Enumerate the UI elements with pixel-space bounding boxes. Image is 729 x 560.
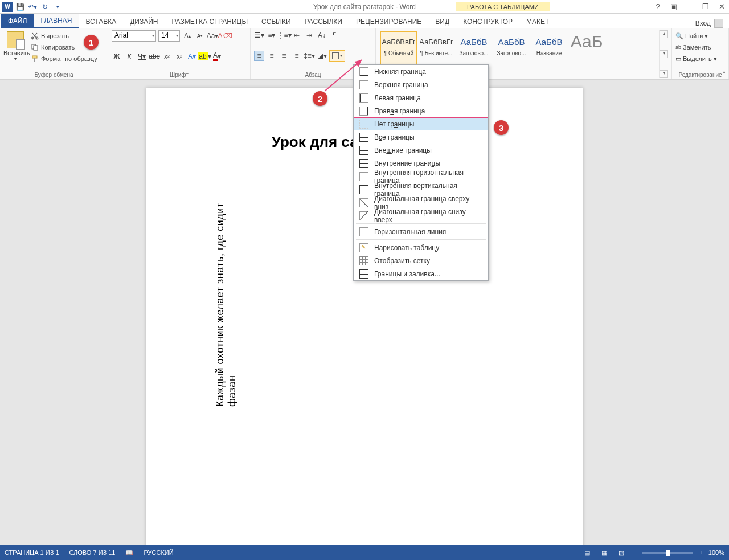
border-menu-item[interactable]: Верхняя граница xyxy=(354,78,488,91)
undo-icon[interactable]: ↶▾ xyxy=(27,2,38,12)
bullets-icon[interactable]: ☰▾ xyxy=(254,30,264,40)
find-button[interactable]: 🔍 Найти ▾ xyxy=(675,30,725,42)
save-icon[interactable]: 💾 xyxy=(15,2,25,12)
border-menu-item[interactable]: Левая граница xyxy=(354,91,488,104)
tab-view[interactable]: ВИД xyxy=(428,15,456,28)
font-color-icon[interactable]: A▾ xyxy=(212,51,222,62)
grow-font-icon[interactable]: A▴ xyxy=(182,31,193,41)
tab-mailings[interactable]: РАССЫЛКИ xyxy=(298,15,349,28)
zoom-in-icon[interactable]: + xyxy=(699,549,702,556)
gallery-scroll: ▴ ▾ ▾ xyxy=(659,30,668,78)
border-menu-item[interactable]: Диагональная граница снизу вверх xyxy=(354,209,488,222)
ribbon-display-icon[interactable]: ▣ xyxy=(669,2,679,11)
style-item[interactable]: АаБ xyxy=(568,31,605,66)
callout-3: 3 xyxy=(494,120,509,135)
gallery-more-icon[interactable]: ▾ xyxy=(660,70,668,78)
text-effects-icon[interactable]: A▾ xyxy=(187,51,197,62)
collapse-ribbon-icon[interactable]: ˄ xyxy=(723,71,726,77)
qat-customize-icon[interactable]: ▾ xyxy=(52,2,63,12)
style-item[interactable]: АаБбВвГг¶ Обычный xyxy=(380,31,417,66)
style-item[interactable]: АаБбВЗаголово... xyxy=(456,31,492,66)
svg-rect-5 xyxy=(34,58,35,62)
status-page[interactable]: СТРАНИЦА 1 ИЗ 1 xyxy=(5,549,59,556)
multilevel-icon[interactable]: ⋮≡▾ xyxy=(279,30,289,40)
sign-in[interactable]: Вход xyxy=(695,19,723,28)
zoom-out-icon[interactable]: − xyxy=(633,549,636,556)
tab-review[interactable]: РЕЦЕНЗИРОВАНИЕ xyxy=(349,15,428,28)
style-item[interactable]: АаБбВНазвание xyxy=(531,31,567,66)
border-menu-item[interactable]: Нет границы xyxy=(354,117,488,130)
strikethrough-button[interactable]: abc xyxy=(149,51,159,62)
paste-button[interactable]: Вставить ▾ xyxy=(3,30,27,64)
border-menu-item[interactable]: Границы и заливка... xyxy=(354,267,488,280)
justify-icon[interactable]: ≡ xyxy=(292,51,302,61)
minimize-icon[interactable]: — xyxy=(685,2,695,11)
decrease-indent-icon[interactable]: ⇤ xyxy=(292,30,302,40)
chevron-down-icon: ▾ xyxy=(152,33,154,38)
style-item[interactable]: АаБбВЗаголово... xyxy=(493,31,530,66)
bold-button[interactable]: Ж xyxy=(112,51,122,62)
zoom-level[interactable]: 100% xyxy=(708,549,724,556)
superscript-button[interactable]: x2 xyxy=(174,51,185,62)
ribbon-tabs: ФАЙЛ ГЛАВНАЯ ВСТАВКА ДИЗАЙН РАЗМЕТКА СТР… xyxy=(0,14,729,28)
line-spacing-icon[interactable]: ‡≡▾ xyxy=(304,51,314,61)
font-name-combo[interactable]: Arial▾ xyxy=(112,30,156,42)
status-proofing-icon[interactable]: 📖 xyxy=(125,549,133,557)
border-menu-item[interactable]: Все границы xyxy=(354,130,488,144)
font-size-combo[interactable]: 14▾ xyxy=(158,30,180,42)
signin-label: Вход xyxy=(695,19,711,27)
style-item[interactable]: АаБбВвГг¶ Без инте... xyxy=(418,31,454,66)
sort-icon[interactable]: A↓ xyxy=(317,30,327,40)
group-label-font: Шрифт xyxy=(112,71,247,78)
tab-design[interactable]: ДИЗАЙН xyxy=(123,15,165,28)
border-menu-item[interactable]: Горизонтальная линия xyxy=(354,225,488,238)
tab-home[interactable]: ГЛАВНАЯ xyxy=(34,14,79,28)
change-case-icon[interactable]: Aa▾ xyxy=(207,31,218,41)
replace-button[interactable]: ab Заменить xyxy=(675,42,725,53)
tab-references[interactable]: ССЫЛКИ xyxy=(255,15,297,28)
border-icon xyxy=(359,172,368,181)
group-label-editing: Редактирование xyxy=(675,71,725,78)
border-menu-item[interactable]: Нижняя граница xyxy=(354,65,488,78)
italic-button[interactable]: К xyxy=(124,51,134,62)
tab-table-design[interactable]: КОНСТРУКТОР xyxy=(456,15,519,28)
border-menu-item[interactable]: Нарисовать таблицу xyxy=(354,241,488,254)
help-icon[interactable]: ? xyxy=(653,2,663,11)
tab-file[interactable]: ФАЙЛ xyxy=(1,14,34,28)
show-marks-icon[interactable]: ¶ xyxy=(329,30,339,40)
web-layout-icon[interactable]: ▧ xyxy=(616,547,627,558)
underline-button[interactable]: Ч▾ xyxy=(137,51,147,62)
select-button[interactable]: ▭ Выделить ▾ xyxy=(675,53,725,64)
increase-indent-icon[interactable]: ⇥ xyxy=(304,30,314,40)
window-controls: ? ▣ — ❐ ✕ xyxy=(653,2,727,11)
format-painter-button[interactable]: Формат по образцу xyxy=(31,53,97,64)
read-mode-icon[interactable]: ▤ xyxy=(581,547,593,558)
tab-insert[interactable]: ВСТАВКА xyxy=(79,15,123,28)
clear-format-icon[interactable]: A⌫ xyxy=(220,31,230,41)
close-icon[interactable]: ✕ xyxy=(716,2,727,11)
status-words[interactable]: СЛОВО 7 ИЗ 11 xyxy=(69,549,116,556)
title-bar: W 💾 ↶▾ ↻ ▾ Урок для сайта paratapok - Wo… xyxy=(0,0,729,14)
border-icon xyxy=(359,107,368,116)
border-menu-item[interactable]: Отобразить сетку xyxy=(354,254,488,267)
gallery-down-icon[interactable]: ▾ xyxy=(660,50,668,58)
border-menu-item[interactable]: Внешние границы xyxy=(354,144,488,157)
highlight-icon[interactable]: ab▾ xyxy=(199,51,210,62)
redo-icon[interactable]: ↻ xyxy=(40,2,50,12)
callout-1: 1 xyxy=(84,35,99,50)
print-layout-icon[interactable]: ▦ xyxy=(599,547,610,558)
align-left-icon[interactable]: ≡ xyxy=(254,51,264,61)
tab-page-layout[interactable]: РАЗМЕТКА СТРАНИЦЫ xyxy=(165,15,255,28)
status-language[interactable]: РУССКИЙ xyxy=(144,549,173,556)
border-menu-item[interactable]: Правая граница xyxy=(354,104,488,117)
shrink-font-icon[interactable]: A▾ xyxy=(195,31,205,41)
subscript-button[interactable]: x2 xyxy=(162,51,172,62)
align-center-icon[interactable]: ≡ xyxy=(267,51,277,61)
numbering-icon[interactable]: ≡▾ xyxy=(267,30,277,40)
status-bar: СТРАНИЦА 1 ИЗ 1 СЛОВО 7 ИЗ 11 📖 РУССКИЙ … xyxy=(0,545,729,560)
gallery-up-icon[interactable]: ▴ xyxy=(660,30,668,38)
align-right-icon[interactable]: ≡ xyxy=(279,51,289,61)
zoom-slider[interactable] xyxy=(642,552,693,554)
tab-table-layout[interactable]: МАКЕТ xyxy=(519,15,556,28)
maximize-icon[interactable]: ❐ xyxy=(701,2,711,11)
